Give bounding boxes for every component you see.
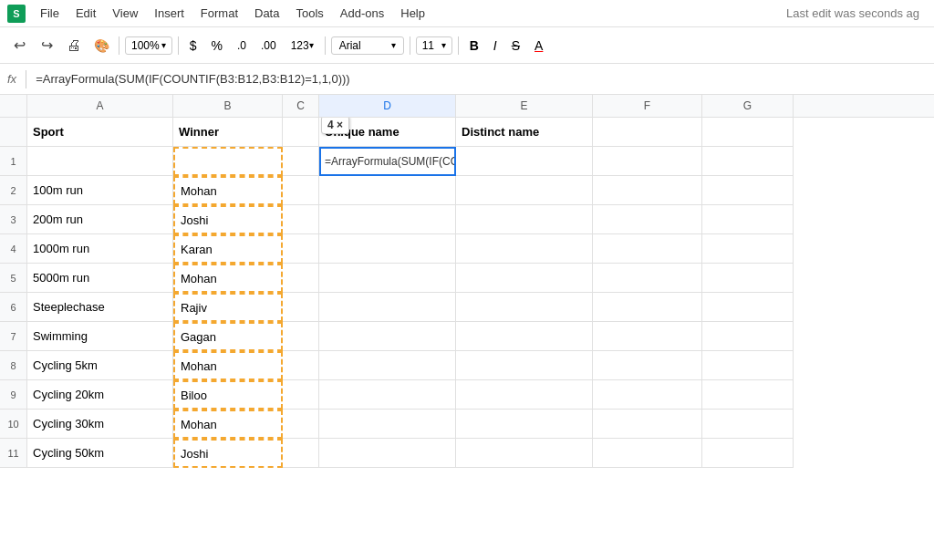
cell-b4[interactable]: Karan: [173, 234, 283, 264]
cell-d10[interactable]: [319, 410, 456, 439]
cell-c3[interactable]: [283, 205, 319, 234]
currency-button[interactable]: $: [184, 34, 202, 57]
zoom-control[interactable]: 100% ▾: [125, 36, 172, 55]
cell-e8[interactable]: [456, 351, 593, 380]
cell-f9[interactable]: [593, 380, 702, 410]
underline-color-button[interactable]: A: [529, 34, 548, 57]
cell-e3[interactable]: [456, 205, 593, 234]
cell-b-header[interactable]: Winner: [173, 118, 283, 147]
col-header-a[interactable]: A: [27, 95, 173, 117]
cell-d4[interactable]: [319, 234, 456, 264]
cell-a11[interactable]: Cycling 50km: [27, 439, 173, 468]
cell-c10[interactable]: [283, 410, 319, 439]
cell-c11[interactable]: [283, 439, 319, 468]
cell-e9[interactable]: [456, 380, 593, 410]
cell-f3[interactable]: [593, 205, 702, 234]
print-button[interactable]: 🖨: [62, 34, 86, 57]
cell-g7[interactable]: [702, 322, 794, 351]
cell-f11[interactable]: [593, 439, 702, 468]
cell-b1[interactable]: [173, 147, 283, 176]
cell-d1[interactable]: =ArrayFormula(SUM(IF(COUNTIF(B3:B12,B3:B…: [319, 147, 456, 176]
formula-text[interactable]: =ArrayFormula(SUM(IF(COUNTIF(B3:B12,B3:B…: [32, 70, 927, 88]
cell-f6[interactable]: [593, 293, 702, 322]
col-header-g[interactable]: G: [702, 95, 794, 117]
cell-b6[interactable]: Rajiv: [173, 293, 283, 322]
cell-c5[interactable]: [283, 264, 319, 293]
cell-c8[interactable]: [283, 351, 319, 380]
cell-b9[interactable]: Biloo: [173, 380, 283, 410]
cell-f1[interactable]: [593, 147, 702, 176]
font-size-selector[interactable]: 11 ▾: [416, 36, 452, 55]
menu-edit[interactable]: Edit: [68, 4, 103, 23]
menu-format[interactable]: Format: [193, 4, 245, 23]
cell-f7[interactable]: [593, 322, 702, 351]
cell-d8[interactable]: [319, 351, 456, 380]
menu-tools[interactable]: Tools: [288, 4, 330, 23]
font-selector[interactable]: Arial ▾: [331, 36, 404, 55]
menu-view[interactable]: View: [105, 4, 145, 23]
cell-b8[interactable]: Mohan: [173, 351, 283, 380]
cell-g9[interactable]: [702, 380, 794, 410]
cell-c6[interactable]: [283, 293, 319, 322]
cell-a5[interactable]: 5000m run: [27, 264, 173, 293]
cell-e5[interactable]: [456, 264, 593, 293]
cell-e10[interactable]: [456, 410, 593, 439]
cell-e6[interactable]: [456, 293, 593, 322]
cell-a9[interactable]: Cycling 20km: [27, 380, 173, 410]
col-header-f[interactable]: F: [593, 95, 702, 117]
cell-g8[interactable]: [702, 351, 794, 380]
cell-b11[interactable]: Joshi: [173, 439, 283, 468]
cell-c7[interactable]: [283, 322, 319, 351]
cell-c1[interactable]: [283, 147, 319, 176]
menu-insert[interactable]: Insert: [147, 4, 192, 23]
cell-a3[interactable]: 200m run: [27, 205, 173, 234]
cell-e2[interactable]: [456, 176, 593, 205]
cell-g6[interactable]: [702, 293, 794, 322]
cell-g5[interactable]: [702, 264, 794, 293]
cell-c9[interactable]: [283, 380, 319, 410]
paint-format-button[interactable]: 🎨: [89, 34, 113, 57]
cell-a7[interactable]: Swimming: [27, 322, 173, 351]
cell-f-header[interactable]: [593, 118, 702, 147]
cell-a8[interactable]: Cycling 5km: [27, 351, 173, 380]
col-header-c[interactable]: C: [283, 95, 319, 117]
number-format-button[interactable]: 123▾: [285, 34, 319, 57]
menu-data[interactable]: Data: [247, 4, 286, 23]
cell-b2[interactable]: Mohan: [173, 176, 283, 205]
cell-e4[interactable]: [456, 234, 593, 264]
decimal-less-button[interactable]: .0: [232, 34, 252, 57]
cell-b3[interactable]: Joshi: [173, 205, 283, 234]
cell-d2[interactable]: [319, 176, 456, 205]
cell-c4[interactable]: [283, 234, 319, 264]
col-header-b[interactable]: B: [173, 95, 283, 117]
cell-d7[interactable]: [319, 322, 456, 351]
cell-g2[interactable]: [702, 176, 794, 205]
italic-button[interactable]: I: [488, 34, 503, 57]
cell-f4[interactable]: [593, 234, 702, 264]
undo-button[interactable]: ↩: [7, 34, 31, 57]
cell-e7[interactable]: [456, 322, 593, 351]
cell-g11[interactable]: [702, 439, 794, 468]
cell-f8[interactable]: [593, 351, 702, 380]
cell-f2[interactable]: [593, 176, 702, 205]
bold-button[interactable]: B: [464, 34, 484, 57]
cell-f10[interactable]: [593, 410, 702, 439]
cell-e-header[interactable]: Distinct name: [456, 118, 593, 147]
cell-a6[interactable]: Steeplechase: [27, 293, 173, 322]
cell-c2[interactable]: [283, 176, 319, 205]
cell-g3[interactable]: [702, 205, 794, 234]
menu-file[interactable]: File: [33, 4, 67, 23]
col-header-e[interactable]: E: [456, 95, 593, 117]
cell-c-header[interactable]: [283, 118, 319, 147]
cell-f5[interactable]: [593, 264, 702, 293]
cell-e1[interactable]: [456, 147, 593, 176]
cell-g4[interactable]: [702, 234, 794, 264]
cell-d5[interactable]: [319, 264, 456, 293]
cell-a2[interactable]: 100m run: [27, 176, 173, 205]
cell-a1[interactable]: [27, 147, 173, 176]
cell-a10[interactable]: Cycling 30km: [27, 410, 173, 439]
cell-d3[interactable]: [319, 205, 456, 234]
cell-d11[interactable]: [319, 439, 456, 468]
cell-b10[interactable]: Mohan: [173, 410, 283, 439]
redo-button[interactable]: ↪: [35, 34, 58, 57]
